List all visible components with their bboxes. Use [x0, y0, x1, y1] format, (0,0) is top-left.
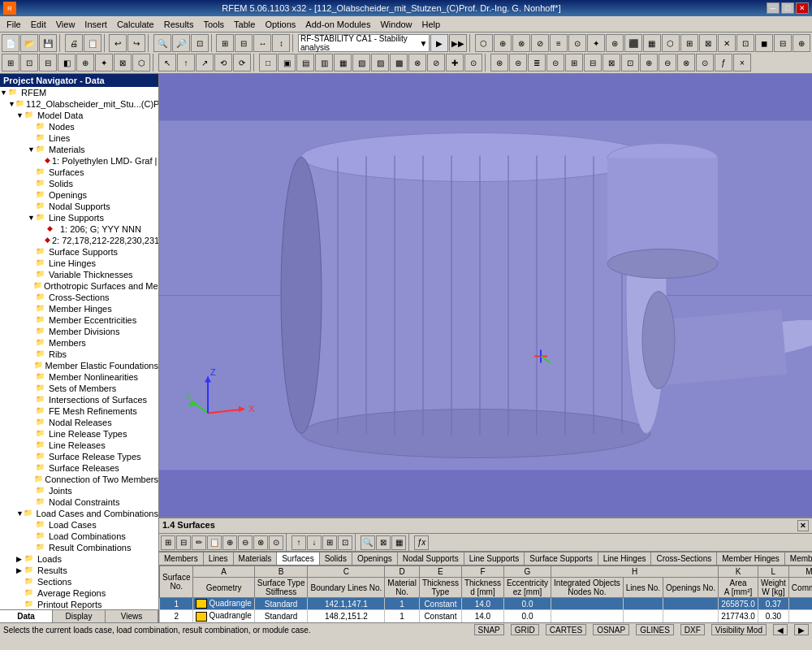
tb17[interactable]: ⬛ — [624, 34, 642, 52]
tb22[interactable]: ✕ — [718, 34, 736, 52]
tb2-27[interactable]: ⊜ — [509, 54, 527, 72]
tree-variable-thick[interactable]: ▶ 📁 Variable Thicknesses — [0, 269, 158, 280]
menu-tools[interactable]: Tools — [198, 18, 229, 31]
tb2-24[interactable]: ✚ — [446, 54, 464, 72]
tb24[interactable]: ◼ — [755, 34, 773, 52]
tree-project[interactable]: ▼ 📁 112_Olabscheider_mit_Stu...(C)Pro... — [0, 98, 158, 110]
bt11[interactable]: ⊞ — [322, 535, 337, 550]
tb16[interactable]: ⊛ — [606, 34, 624, 52]
tree-results[interactable]: ▶ 📁 Results — [0, 565, 158, 576]
tree-members[interactable]: ▶ 📁 Members — [0, 337, 158, 349]
tb13[interactable]: ≡ — [550, 34, 568, 52]
tb2-35[interactable]: ⊖ — [659, 54, 676, 72]
menu-options[interactable]: Options — [260, 18, 300, 31]
tb2-4[interactable]: ◧ — [58, 54, 76, 72]
cartes-btn[interactable]: CARTES — [546, 624, 586, 635]
tb2-17[interactable]: ▥ — [315, 54, 333, 72]
tb2-13[interactable]: ⟳ — [233, 54, 251, 72]
btab-line-supports[interactable]: Line Supports — [464, 552, 525, 565]
tree-line-releases[interactable]: ▶ 📁 Line Releases — [0, 440, 158, 451]
tb2-21[interactable]: ▩ — [390, 54, 408, 72]
tb2-32[interactable]: ⊠ — [603, 54, 620, 72]
bt14[interactable]: ⊠ — [376, 535, 391, 550]
tb21[interactable]: ⊠ — [699, 34, 717, 52]
redo-btn[interactable]: ↪ — [127, 34, 145, 52]
tree-ls2[interactable]: ▶ ◆ 2: 72,178,212-228,230,231; G; — [0, 235, 158, 246]
run-btn[interactable]: ▶ — [430, 34, 448, 52]
tb2-33[interactable]: ⊡ — [621, 54, 639, 72]
arrow-next-btn[interactable]: ▶ — [794, 624, 809, 635]
grid-btn[interactable]: GRID — [511, 624, 539, 635]
tb15[interactable]: ✦ — [587, 34, 605, 52]
btab-nodal-supports[interactable]: Nodal Supports — [398, 552, 464, 565]
bt4[interactable]: 📋 — [207, 535, 222, 550]
btab-lines[interactable]: Lines — [204, 552, 234, 565]
tree-nodal-supports[interactable]: ▶ 📁 Nodal Supports — [0, 201, 158, 212]
tree-member-hinges[interactable]: ▶ 📁 Member Hinges — [0, 303, 158, 314]
btab-surfaces[interactable]: Surfaces — [277, 552, 319, 565]
undo-btn[interactable]: ↩ — [109, 34, 127, 52]
bt7[interactable]: ⊗ — [253, 535, 268, 550]
menu-table[interactable]: Table — [229, 18, 260, 31]
bt15[interactable]: ▦ — [391, 535, 406, 550]
tree-sets-members[interactable]: ▶ 📁 Sets of Members — [0, 383, 158, 394]
tb2-25[interactable]: ⊙ — [464, 54, 482, 72]
dxf-btn[interactable]: DXF — [680, 624, 705, 635]
tree-load-combos[interactable]: ▶ 📁 Load Combinations — [0, 531, 158, 542]
tb2-18[interactable]: ▦ — [334, 54, 352, 72]
tb2-29[interactable]: ⊝ — [546, 54, 564, 72]
bt6[interactable]: ⊖ — [238, 535, 253, 550]
tree-fe-mesh[interactable]: ▶ 📁 FE Mesh Refinements — [0, 405, 158, 417]
tb2-34[interactable]: ⊕ — [640, 54, 658, 72]
tree-ribs[interactable]: ▶ 📁 Ribs — [0, 349, 158, 360]
tb2-36[interactable]: ⊗ — [677, 54, 695, 72]
tb2-2[interactable]: ⊡ — [20, 54, 38, 72]
tree-line-supports[interactable]: ▼ 📁 Line Supports — [0, 212, 158, 223]
tb2-11[interactable]: ↗ — [196, 54, 214, 72]
tb6[interactable]: ⊟ — [235, 34, 253, 52]
tb2-16[interactable]: ▤ — [296, 54, 314, 72]
tree-printout-reports[interactable]: ▶ 📁 Printout Reports — [0, 599, 158, 609]
bt3[interactable]: ✏ — [192, 535, 206, 550]
tb2-22[interactable]: ⊗ — [408, 54, 426, 72]
print-btn[interactable]: 🖨 — [65, 34, 83, 52]
tb11[interactable]: ⊗ — [512, 34, 530, 52]
tree-line-hinges[interactable]: ▶ 📁 Line Hinges — [0, 258, 158, 269]
bt10[interactable]: ↓ — [307, 535, 322, 550]
menu-help[interactable]: Help — [417, 18, 446, 31]
tb2-1[interactable]: ⊞ — [2, 54, 19, 72]
bt13[interactable]: 🔍 — [361, 535, 375, 550]
tb2-5[interactable]: ⊕ — [76, 54, 94, 72]
tb19[interactable]: ⬡ — [662, 34, 680, 52]
tb2-37[interactable]: ⊙ — [696, 54, 714, 72]
btab-materials[interactable]: Materials — [234, 552, 278, 565]
tree-materials[interactable]: ▼ 📁 Materials — [0, 144, 158, 155]
viewport-3d[interactable]: X Y Z — [159, 74, 812, 517]
open-btn[interactable]: 📂 — [20, 34, 38, 52]
menu-edit[interactable]: Edit — [26, 18, 51, 31]
menu-window[interactable]: Window — [375, 18, 417, 31]
btab-solids[interactable]: Solids — [320, 552, 352, 565]
bt12[interactable]: ⊡ — [338, 535, 352, 550]
tb2-26[interactable]: ⊛ — [490, 54, 508, 72]
tab-views[interactable]: Views — [106, 610, 158, 622]
tb20[interactable]: ⊞ — [680, 34, 698, 52]
tb23[interactable]: ⊡ — [736, 34, 754, 52]
print2-btn[interactable]: 📋 — [84, 34, 102, 52]
tree-connection[interactable]: ▶ 📁 Connection of Two Members — [0, 474, 158, 485]
tb2-23[interactable]: ⊘ — [427, 54, 445, 72]
tb2-20[interactable]: ▨ — [371, 54, 389, 72]
btab-member-ecc[interactable]: Member Eccentricities — [785, 552, 812, 565]
bt2[interactable]: ⊟ — [176, 535, 191, 550]
tb2-7[interactable]: ⊠ — [114, 54, 132, 72]
zoom-in-btn[interactable]: 🔍 — [153, 34, 171, 52]
table-row[interactable]: 2QuadrangleStandard148.2,151.21Constant1… — [160, 610, 813, 622]
tb2-9[interactable]: ↖ — [158, 54, 176, 72]
tree-sections[interactable]: ▶ 📁 Sections — [0, 576, 158, 587]
tree-nodal-releases[interactable]: ▶ 📁 Nodal Releases — [0, 417, 158, 428]
tree-ls1[interactable]: ▶ ◆ 1: 206; G; YYY NNN — [0, 223, 158, 235]
tree-load-cases-combo[interactable]: ▼ 📁 Load Cases and Combinations — [0, 508, 158, 519]
bt-fx[interactable]: ƒx — [414, 535, 429, 550]
tb14[interactable]: ⊙ — [568, 34, 586, 52]
snap-btn[interactable]: SNAP — [474, 624, 504, 635]
